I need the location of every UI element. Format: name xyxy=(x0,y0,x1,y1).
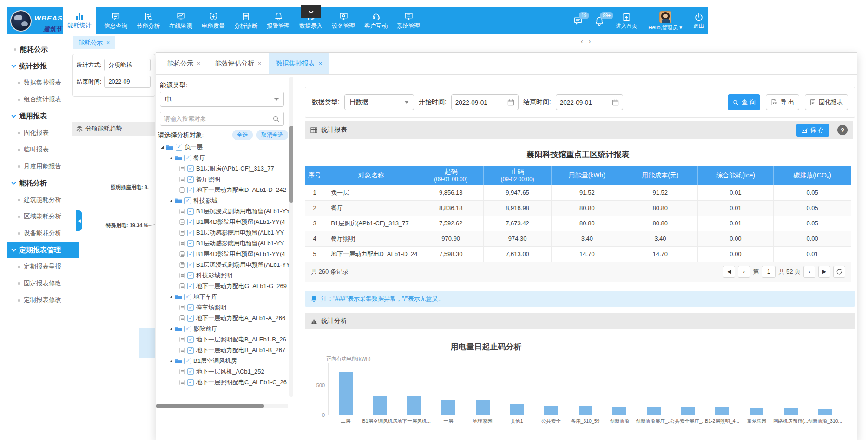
tree-node[interactable]: ✓ 负一层 xyxy=(156,142,290,152)
sidebar-collapse-handle[interactable]: ◀ xyxy=(76,210,82,231)
table-row[interactable]: 5 地下一层动力配电D_ALb1-D_242 7,598.30 7,613.00… xyxy=(305,246,851,262)
tree-horizontal-scrollbar[interactable] xyxy=(156,404,288,408)
checkbox-checked-icon[interactable]: ✓ xyxy=(187,336,194,343)
start-date-input[interactable] xyxy=(455,99,497,106)
nav-item[interactable]: 报警管理 xyxy=(262,7,295,34)
window-tab[interactable]: 数据集抄报表 × xyxy=(269,53,329,74)
expand-arrow-icon[interactable] xyxy=(170,199,172,202)
tree-node[interactable]: ✓ 影院前厅 xyxy=(156,323,290,334)
bar[interactable] xyxy=(818,409,832,415)
nav-item[interactable]: 系统管理 xyxy=(392,7,425,34)
tree-node[interactable]: ✓ 地下一层照明配电C_ALEb1-C_26 xyxy=(156,377,290,387)
prev-page-button[interactable]: ‹ xyxy=(738,266,750,278)
sidebar-item[interactable]: 能耗公示 xyxy=(7,41,79,58)
sidebar-item[interactable]: 统计抄报 xyxy=(7,58,79,74)
sidebar-item[interactable]: 定制报表修改 xyxy=(7,292,79,309)
bar[interactable] xyxy=(373,396,387,415)
table-row[interactable]: 1 负一层 9,856.13 9,947.65 91.52 91.52 0.01… xyxy=(305,185,851,200)
checkbox-checked-icon[interactable]: ✓ xyxy=(187,240,194,247)
sidebar-item[interactable]: 临时报表 xyxy=(7,141,79,158)
expand-arrow-icon[interactable] xyxy=(170,360,172,362)
table-row[interactable]: 3 B1层厨房(APb1-CF)_313_77 7,592.62 7,673.4… xyxy=(305,216,851,231)
bar[interactable] xyxy=(579,406,592,415)
expand-arrow-icon[interactable] xyxy=(161,146,164,149)
tree-node[interactable]: ✓ B1层动感影院用电预留(ALb1-YY xyxy=(156,238,290,249)
tree-node[interactable]: ✓ 地下一层动力配电G_ALb1-G_269 xyxy=(156,281,290,291)
end-date-input[interactable] xyxy=(560,99,602,106)
checkbox-checked-icon[interactable]: ✓ xyxy=(187,283,194,289)
tree-node[interactable]: ✓ B1层沉浸式剧场用电预留(ALb1-YY xyxy=(156,259,290,270)
tree-node[interactable]: ✓ 餐厅照明 xyxy=(156,174,290,184)
checkbox-checked-icon[interactable]: ✓ xyxy=(187,368,194,375)
tree-node[interactable]: ✓ 地下一层动力配电A_ALb1-A_266 xyxy=(156,313,290,323)
tree-search-input[interactable] xyxy=(164,115,272,122)
sidebar-item[interactable]: 通用报表 xyxy=(7,108,79,125)
tree-vertical-scrollbar[interactable] xyxy=(289,77,293,397)
messages-button[interactable]: 19 xyxy=(573,16,583,26)
window-tab[interactable]: 能耗公示 × xyxy=(160,53,208,74)
close-icon[interactable]: × xyxy=(258,60,261,67)
energy-type-select[interactable]: 电 xyxy=(160,92,284,107)
bar[interactable] xyxy=(612,407,626,415)
logout-button[interactable]: 退出 xyxy=(693,13,704,30)
deselect-all-button[interactable]: 取消全选 xyxy=(256,130,288,140)
tree-node[interactable]: ✓ B1层动感影院用电预留(ALb1-YY xyxy=(156,227,290,238)
tree-node[interactable]: ✓ B1层4D影院用电预留(ALb1-YY(4 xyxy=(156,217,290,227)
bar[interactable] xyxy=(784,408,798,415)
bar[interactable] xyxy=(339,372,353,415)
export-button[interactable]: 导 出 xyxy=(766,94,799,110)
tree-node[interactable]: ✓ 停车场照明 xyxy=(156,302,290,313)
nav-item[interactable]: 客户互动 xyxy=(360,7,392,34)
stat-mode-select[interactable]: 分项能耗 xyxy=(104,59,151,71)
tree-node[interactable]: ✓ B1层厨房(APb1-CF)_313_77 xyxy=(156,163,290,174)
expand-arrow-icon[interactable] xyxy=(170,296,172,298)
sidebar-item[interactable]: 数据集抄报表 xyxy=(7,74,79,91)
scroll-right-icon[interactable]: › xyxy=(589,38,591,45)
tree-node[interactable]: ✓ 餐厅 xyxy=(156,152,290,163)
refresh-button[interactable] xyxy=(833,266,845,278)
expand-arrow-icon[interactable] xyxy=(170,328,172,330)
checkbox-checked-icon[interactable]: ✓ xyxy=(184,358,191,364)
sidebar-item[interactable]: 建筑能耗分析 xyxy=(7,191,79,208)
sidebar-item[interactable]: 组合统计报表 xyxy=(7,91,79,108)
page-number-input[interactable] xyxy=(762,266,776,278)
nav-item[interactable]: 电能质量 xyxy=(197,7,230,34)
table-row[interactable]: 2 餐厅 8,836.18 8,916.98 80.80 80.80 0.01 … xyxy=(305,200,851,216)
checkbox-checked-icon[interactable]: ✓ xyxy=(184,294,191,300)
tree-node[interactable]: ✓ B1层空调风机房 xyxy=(156,355,290,366)
checkbox-checked-icon[interactable]: ✓ xyxy=(184,326,191,332)
solidify-report-button[interactable]: 固化报表 xyxy=(805,94,848,110)
nav-item[interactable]: 信息查询 xyxy=(99,7,132,34)
calendar-icon[interactable] xyxy=(507,99,514,106)
checkbox-checked-icon[interactable]: ✓ xyxy=(184,155,191,161)
sidebar-item[interactable]: 设备能耗分析 xyxy=(7,225,79,242)
nav-item[interactable]: 设备管理 xyxy=(327,7,360,34)
search-icon[interactable] xyxy=(272,115,280,123)
bar[interactable] xyxy=(544,406,558,415)
checkbox-checked-icon[interactable]: ✓ xyxy=(187,208,194,215)
sidebar-item[interactable]: 定期报表呈报 xyxy=(7,258,79,275)
help-button[interactable]: ? xyxy=(837,125,848,135)
save-button[interactable]: 保 存 xyxy=(796,124,829,137)
tab-energy-publicity[interactable]: 能耗公示 × xyxy=(73,36,115,49)
end-month-input[interactable]: 2022-09 xyxy=(104,76,151,88)
tree-node[interactable]: ✓ 地下车库 xyxy=(156,291,290,302)
bar[interactable] xyxy=(715,407,729,415)
nav-item[interactable]: 分析诊断 xyxy=(230,7,262,34)
checkbox-checked-icon[interactable]: ✓ xyxy=(187,379,194,386)
checkbox-checked-icon[interactable]: ✓ xyxy=(187,251,194,257)
nav-item-active-energy-stats[interactable]: 能耗统计 xyxy=(63,7,96,34)
sidebar-item[interactable]: 定期报表管理 xyxy=(7,242,79,258)
close-icon[interactable]: × xyxy=(319,60,322,67)
window-tab[interactable]: 能效评估分析 × xyxy=(208,53,269,74)
checkbox-checked-icon[interactable]: ✓ xyxy=(187,347,194,354)
checkbox-checked-icon[interactable]: ✓ xyxy=(187,230,194,236)
sidebar-item[interactable]: 固化报表 xyxy=(7,125,79,141)
bar[interactable] xyxy=(441,400,455,415)
close-icon[interactable]: × xyxy=(106,39,110,46)
tree-node[interactable]: ✓ 地下一层照明配电B_ALEb1-B_26 xyxy=(156,334,290,345)
next-page-button[interactable]: › xyxy=(803,266,815,278)
checkbox-checked-icon[interactable]: ✓ xyxy=(176,144,182,151)
tree-node[interactable]: ✓ 地下一层动力配电B_ALb1-B_267 xyxy=(156,345,290,355)
expand-arrow-icon[interactable] xyxy=(170,157,172,159)
